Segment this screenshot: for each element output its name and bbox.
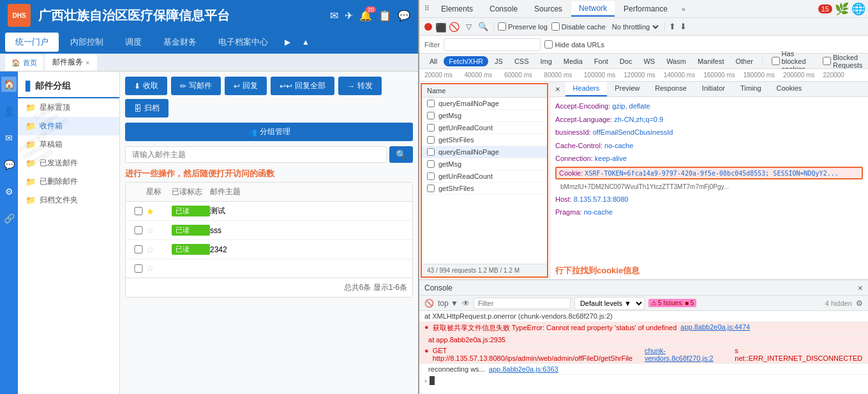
stop-button[interactable]: ⬛ [436,23,444,31]
req-cb-5[interactable] [427,148,435,156]
disable-cache-checkbox[interactable]: Disable cache [551,22,606,31]
tab-sources[interactable]: Sources [527,2,570,16]
preserve-log-checkbox[interactable]: Preserve log [498,22,548,31]
nav-item-home[interactable]: 统一门户 [5,33,59,52]
request-item-4[interactable]: getShrFiles [422,134,547,146]
tab-initiator[interactable]: Initiator [694,82,733,96]
folder-deleted[interactable]: 📁 已删除邮件 [18,172,119,191]
type-media[interactable]: Media [558,56,588,66]
console-link-1[interactable]: app.8abb2e0a.js:4474 [680,323,750,331]
folder-sent[interactable]: 📁 已发送邮件 [18,154,119,172]
nav-item-dispatch[interactable]: 调度 [115,33,152,52]
btn-reply[interactable]: ↩ 回复 [225,77,267,95]
star-icon-4[interactable]: ☆ [146,263,172,273]
req-cb-4[interactable] [427,136,435,144]
folder-starred[interactable]: 📁 星标置顶 [18,98,119,117]
tab-mail[interactable]: 邮件服务 × [45,54,97,71]
mail-icon[interactable]: ✉ [330,10,338,22]
tab-network[interactable]: Network [571,1,615,17]
prompt-cursor[interactable] [430,376,435,385]
row-checkbox-3[interactable] [131,245,146,254]
notification-icon[interactable]: 🔔20 [359,10,372,22]
req-cb-3[interactable] [427,124,435,132]
type-doc[interactable]: Doc [615,56,638,66]
req-cb-2[interactable] [427,112,435,119]
req-cb-1[interactable] [427,100,435,107]
tab-response[interactable]: Response [647,82,694,96]
tab-close-icon[interactable]: × [86,59,89,66]
nav-item-internal[interactable]: 内部控制 [60,33,114,52]
sidebar-icon-settings[interactable]: ⚙ [1,184,17,199]
console-eye-icon[interactable]: 👁 [462,299,470,308]
tab-timing[interactable]: Timing [733,82,769,96]
btn-compose[interactable]: ✏ 写邮件 [171,77,221,95]
req-cb-7[interactable] [427,172,435,180]
request-item-2[interactable]: getMsg [422,110,547,122]
tab-headers[interactable]: Headers [565,82,608,96]
headers-close-icon[interactable]: × [550,82,565,96]
folder-inbox[interactable]: 📁 收件箱 [18,117,119,135]
blocked-requests[interactable]: Blocked Requests [823,54,863,69]
type-other[interactable]: Other [730,56,758,66]
type-all[interactable]: All [424,56,442,66]
nav-item-finance[interactable]: 基金财务 [153,33,207,52]
console-filter-input[interactable] [474,298,571,309]
doc-icon[interactable]: 📋 [378,10,391,22]
sidebar-icon-user[interactable]: 👤 [1,103,17,119]
filter-icon[interactable]: ▽ [465,21,473,33]
request-item-6[interactable]: getMsg [422,158,547,170]
row-checkbox-2[interactable] [131,226,146,234]
request-item-3[interactable]: getUnReadCount [422,122,547,134]
sidebar-icon-link[interactable]: 🔗 [1,211,17,226]
tab-cookies[interactable]: Cookies [769,82,810,96]
btn-group-mgmt[interactable]: 👥 分组管理 [125,123,413,141]
req-cb-8[interactable] [427,185,435,192]
tab-elements[interactable]: Elements [433,2,481,16]
request-item-5[interactable]: queryEmailNoPage [422,146,547,158]
console-settings-icon[interactable]: ⚙ [856,299,863,308]
type-wasm[interactable]: Wasm [661,56,691,66]
folder-archive[interactable]: 📁 归档文件夹 [18,191,119,209]
nav-item-archive[interactable]: 电子档案中心 [208,33,278,52]
tab-home[interactable]: 🏠 首页 [5,55,43,71]
req-cb-6[interactable] [427,160,435,168]
folder-drafts[interactable]: 📁 草稿箱 [18,135,119,154]
console-link-2[interactable]: chunk-vendors.8c68f270.js:2 [645,347,731,362]
type-font[interactable]: Font [589,56,613,66]
console-clear-icon[interactable]: 🚫 [424,299,434,308]
record-button[interactable] [424,23,432,31]
sidebar-icon-mail[interactable]: ✉ [1,130,17,146]
message-icon[interactable]: 💬 [398,10,410,22]
filter-input[interactable] [444,38,541,51]
sidebar-icon-home[interactable]: 🏠 [1,77,17,92]
star-icon-2[interactable]: ☆ [146,225,172,236]
nav-collapse-icon[interactable]: ▲ [297,34,315,50]
btn-archive[interactable]: 🗄 归档 [125,99,168,117]
search-input[interactable] [125,146,387,163]
sidebar-icon-chat[interactable]: 💬 [1,157,17,172]
console-close-icon[interactable]: × [858,283,863,293]
btn-forward[interactable]: → 转发 [338,77,382,95]
tab-console[interactable]: Console [482,2,525,16]
devtools-more-icon[interactable]: » [677,3,691,15]
hide-data-urls-checkbox[interactable]: Hide data URLs [544,40,604,49]
star-icon-3[interactable]: ☆ [146,245,172,255]
import-icon[interactable]: ⬆ [669,22,676,31]
request-item-7[interactable]: getUnReadCount [422,170,547,183]
tab-preview[interactable]: Preview [607,82,647,96]
console-top-select[interactable]: top ▼ [438,299,458,308]
send-icon[interactable]: ✈ [345,10,353,22]
throttle-select[interactable]: No throttling Fast 3G Slow 3G [610,22,661,31]
tab-performance[interactable]: Performance [616,2,675,16]
type-img[interactable]: Img [535,56,557,66]
clear-icon[interactable]: 🚫 [447,20,461,33]
star-icon-1[interactable]: ★ [146,206,172,216]
btn-receive[interactable]: ⬇ 收取 [125,77,167,95]
row-checkbox-4[interactable] [131,264,146,273]
type-ws[interactable]: WS [638,56,660,66]
row-checkbox-1[interactable] [131,207,146,215]
export-icon[interactable]: ⬇ [680,22,687,31]
console-link-3[interactable]: app.8abb2e0a.js:6363 [489,365,558,373]
type-js[interactable]: JS [490,56,508,66]
nav-more-icon[interactable]: ▶ [280,34,296,50]
